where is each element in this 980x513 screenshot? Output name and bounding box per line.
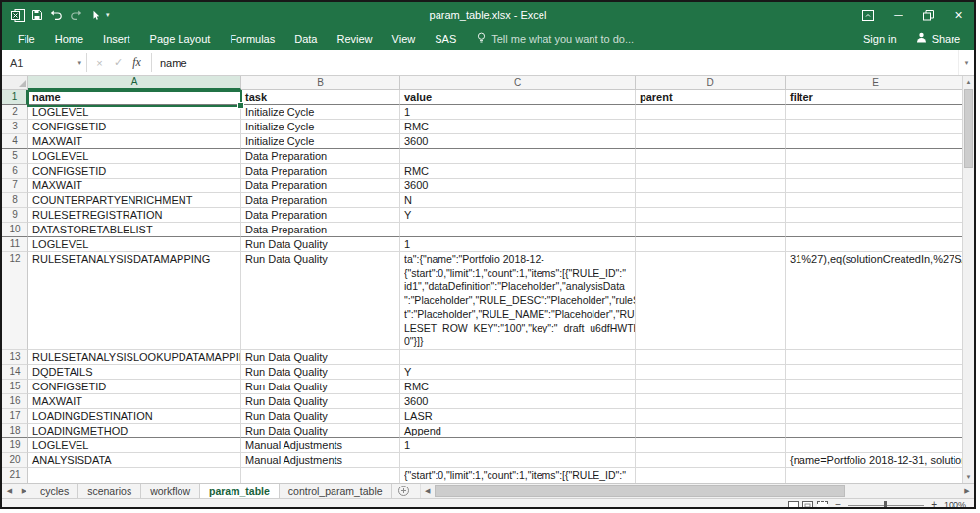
- cell-D11[interactable]: [636, 237, 786, 252]
- row-header-7[interactable]: 7: [2, 179, 28, 193]
- row-header-13[interactable]: 13: [2, 350, 28, 365]
- cell-D15[interactable]: [636, 380, 786, 394]
- cell-A19[interactable]: LOGLEVEL: [28, 438, 241, 453]
- cell-E6[interactable]: [786, 164, 966, 179]
- cell-C19[interactable]: 1: [400, 438, 636, 453]
- undo-icon[interactable]: [47, 5, 66, 25]
- cell-B5[interactable]: Data Preparation: [241, 149, 400, 164]
- row-header-14[interactable]: 14: [2, 365, 28, 380]
- cell-A8[interactable]: COUNTERPARTYENRICHMENT: [28, 193, 241, 208]
- cancel-icon[interactable]: ×: [90, 57, 109, 69]
- row-header-1[interactable]: 1: [2, 90, 28, 105]
- ribbon-tab-home[interactable]: Home: [45, 27, 93, 50]
- sheet-nav-left-icon[interactable]: ◀: [2, 484, 17, 498]
- cell-D16[interactable]: [636, 394, 786, 409]
- cell-A12[interactable]: RULESETANALYSISDATAMAPPING: [28, 252, 241, 350]
- cell-D13[interactable]: [636, 350, 786, 365]
- zoom-slider[interactable]: [848, 505, 924, 506]
- tell-me-box[interactable]: Tell me what you want to do...: [476, 27, 634, 50]
- zoom-slider-thumb[interactable]: [884, 501, 887, 510]
- zoom-level[interactable]: 100%: [944, 500, 966, 509]
- cell-A18[interactable]: LOADINGMETHOD: [28, 424, 241, 438]
- cell-B21[interactable]: [241, 468, 400, 483]
- formula-bar-expand-icon[interactable]: ▾: [958, 50, 974, 75]
- ribbon-tab-view[interactable]: View: [383, 27, 426, 50]
- cell-E18[interactable]: [786, 424, 966, 438]
- cell-D3[interactable]: [636, 120, 786, 134]
- ribbon-tab-file[interactable]: File: [8, 27, 45, 50]
- cell-D6[interactable]: [636, 164, 786, 179]
- row-header-12[interactable]: 12: [2, 252, 28, 350]
- cell-E2[interactable]: [786, 105, 966, 120]
- sheet-tab-param_table[interactable]: param_table: [200, 484, 280, 498]
- cell-C9[interactable]: Y: [400, 208, 636, 223]
- cell-C8[interactable]: N: [400, 193, 636, 208]
- scroll-left-icon[interactable]: ◀: [421, 484, 435, 498]
- cell-B20[interactable]: Manual Adjustments: [241, 453, 400, 468]
- cell-B8[interactable]: Data Preparation: [241, 193, 400, 208]
- cell-D20[interactable]: [636, 453, 786, 468]
- cell-A2[interactable]: LOGLEVEL: [28, 105, 241, 120]
- cell-B18[interactable]: Run Data Quality: [241, 424, 400, 438]
- close-button[interactable]: ×: [944, 2, 974, 27]
- name-box[interactable]: A1 ▾: [2, 50, 86, 75]
- ribbon-display-options-icon[interactable]: [852, 2, 883, 27]
- cell-A20[interactable]: ANALYSISDATA: [28, 453, 241, 468]
- zoom-out-icon[interactable]: −: [835, 500, 841, 509]
- page-layout-view-icon[interactable]: [802, 501, 813, 510]
- cell-E4[interactable]: [786, 134, 966, 149]
- cell-B14[interactable]: Run Data Quality: [241, 365, 400, 380]
- sheet-tab-workflow[interactable]: workflow: [141, 484, 200, 498]
- row-header-5[interactable]: 5: [2, 149, 28, 164]
- cell-A9[interactable]: RULESETREGISTRATION: [28, 208, 241, 223]
- cell-C7[interactable]: 3600: [400, 179, 636, 193]
- qat-dropdown-icon[interactable]: ▾: [106, 11, 118, 19]
- cell-A14[interactable]: DQDETAILS: [28, 365, 241, 380]
- cell-C13[interactable]: [400, 350, 636, 365]
- ribbon-tab-formulas[interactable]: Formulas: [220, 27, 284, 50]
- cell-E21[interactable]: [786, 468, 966, 483]
- cell-B3[interactable]: Initialize Cycle: [241, 120, 400, 134]
- cell-E7[interactable]: [786, 179, 966, 193]
- cell-E5[interactable]: [786, 149, 966, 164]
- row-header-11[interactable]: 11: [2, 237, 28, 252]
- row-header-2[interactable]: 2: [2, 105, 28, 120]
- horizontal-scroll-thumb[interactable]: [435, 485, 845, 497]
- cell-C4[interactable]: 3600: [400, 134, 636, 149]
- touch-mode-icon[interactable]: [86, 5, 105, 25]
- cell-B19[interactable]: Manual Adjustments: [241, 438, 400, 453]
- cell-A6[interactable]: CONFIGSETID: [28, 164, 241, 179]
- cell-A17[interactable]: LOADINGDESTINATION: [28, 409, 241, 424]
- cell-C2[interactable]: 1: [400, 105, 636, 120]
- vertical-scroll-track[interactable]: [963, 88, 974, 470]
- cell-D18[interactable]: [636, 424, 786, 438]
- cell-C10[interactable]: [400, 223, 636, 237]
- cell-E13[interactable]: [786, 350, 966, 365]
- ribbon-tab-sas[interactable]: SAS: [425, 27, 466, 50]
- sign-in-link[interactable]: Sign in: [863, 33, 897, 45]
- cell-A11[interactable]: LOGLEVEL: [28, 237, 241, 252]
- cell-B12[interactable]: Run Data Quality: [241, 252, 400, 350]
- cell-D14[interactable]: [636, 365, 786, 380]
- zoom-in-icon[interactable]: +: [931, 500, 937, 509]
- restore-button[interactable]: [913, 2, 944, 27]
- row-header-8[interactable]: 8: [2, 193, 28, 208]
- save-icon[interactable]: [27, 5, 46, 25]
- cell-C21[interactable]: {"start":0,"limit":1,"count":1,"items":[…: [400, 468, 636, 483]
- cell-B16[interactable]: Run Data Quality: [241, 394, 400, 409]
- row-header-21[interactable]: 21: [2, 468, 28, 483]
- select-all-corner[interactable]: [2, 76, 28, 89]
- cell-A1[interactable]: name: [28, 90, 241, 105]
- row-header-10[interactable]: 10: [2, 223, 28, 237]
- cell-C6[interactable]: RMC: [400, 164, 636, 179]
- row-header-4[interactable]: 4: [2, 134, 28, 149]
- name-box-dropdown-icon[interactable]: ▾: [77, 59, 86, 67]
- enter-icon[interactable]: ✓: [109, 56, 128, 69]
- column-header-E[interactable]: E: [786, 76, 966, 90]
- cell-A16[interactable]: MAXWAIT: [28, 394, 241, 409]
- row-header-16[interactable]: 16: [2, 394, 28, 409]
- cell-C5[interactable]: [400, 149, 636, 164]
- cell-D4[interactable]: [636, 134, 786, 149]
- sheet-tab-cycles[interactable]: cycles: [31, 484, 78, 498]
- vertical-scrollbar[interactable]: ▲ ▼: [962, 76, 974, 483]
